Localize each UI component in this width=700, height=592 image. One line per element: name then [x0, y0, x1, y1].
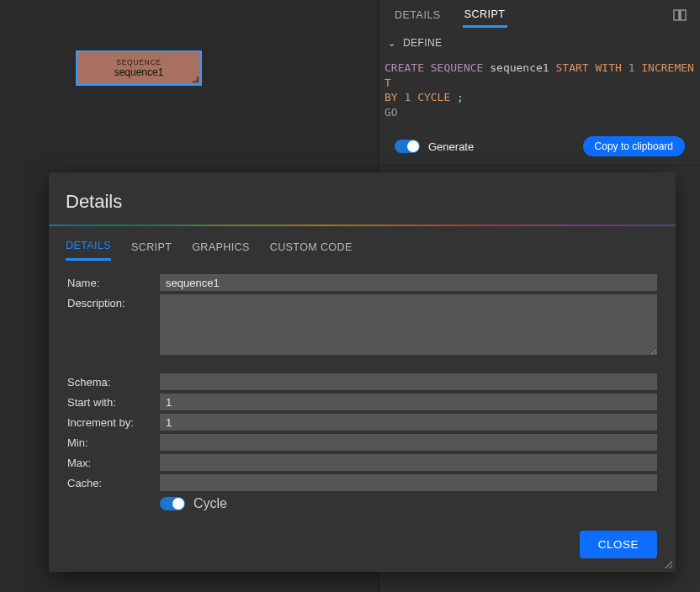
section-define-label: DEFINE — [403, 37, 442, 49]
svg-rect-1 — [681, 10, 686, 20]
sequence-node-type: SEQUENCE — [116, 58, 161, 66]
modal-tabs: DETAILS SCRIPT GRAPHICS CUSTOM CODE — [49, 226, 676, 261]
min-field[interactable] — [160, 434, 657, 451]
modal-tab-script[interactable]: SCRIPT — [131, 236, 172, 260]
cache-label: Cache: — [67, 474, 160, 489]
tab-script[interactable]: SCRIPT — [463, 3, 507, 28]
chevron-down-icon: ⌄ — [388, 38, 396, 49]
generate-label: Generate — [428, 140, 474, 153]
section-define[interactable]: ⌄ DEFINE — [379, 30, 700, 56]
modal-divider — [49, 225, 676, 226]
max-field[interactable] — [160, 454, 657, 471]
start-with-field[interactable] — [160, 394, 657, 410]
name-field[interactable] — [160, 274, 657, 291]
cycle-toggle[interactable] — [160, 497, 185, 510]
sql-script: CREATE SEQUENCE sequence1 START WITH 1 I… — [379, 56, 700, 124]
details-modal: Details DETAILS SCRIPT GRAPHICS CUSTOM C… — [49, 172, 676, 572]
name-label: Name: — [67, 274, 160, 289]
start-with-label: Start with: — [67, 394, 160, 409]
modal-title: Details — [49, 172, 676, 225]
modal-resize-handle-icon[interactable] — [664, 560, 672, 568]
reference-icon[interactable] — [673, 8, 687, 22]
close-button[interactable]: CLOSE — [580, 531, 657, 558]
min-label: Min: — [67, 434, 160, 449]
modal-tab-custom-code[interactable]: CUSTOM CODE — [270, 236, 353, 260]
increment-by-label: Increment by: — [67, 414, 160, 429]
tab-details[interactable]: DETAILS — [393, 4, 443, 26]
cycle-label: Cycle — [194, 496, 227, 511]
description-field[interactable] — [160, 294, 657, 355]
modal-tab-details[interactable]: DETAILS — [66, 235, 111, 261]
schema-field[interactable] — [160, 373, 657, 390]
description-label: Description: — [67, 294, 160, 309]
modal-tab-graphics[interactable]: GRAPHICS — [192, 236, 250, 260]
increment-by-field[interactable] — [160, 414, 657, 431]
schema-label: Schema: — [67, 373, 160, 388]
copy-to-clipboard-button[interactable]: Copy to clipboard — [583, 136, 685, 156]
resize-handle-icon[interactable] — [193, 77, 199, 82]
generate-toggle[interactable] — [395, 140, 420, 153]
svg-rect-0 — [674, 10, 679, 20]
sequence-node-name: sequence1 — [114, 66, 164, 78]
cache-field[interactable] — [160, 474, 657, 491]
sequence-node[interactable]: SEQUENCE sequence1 — [76, 50, 202, 86]
max-label: Max: — [67, 454, 160, 469]
